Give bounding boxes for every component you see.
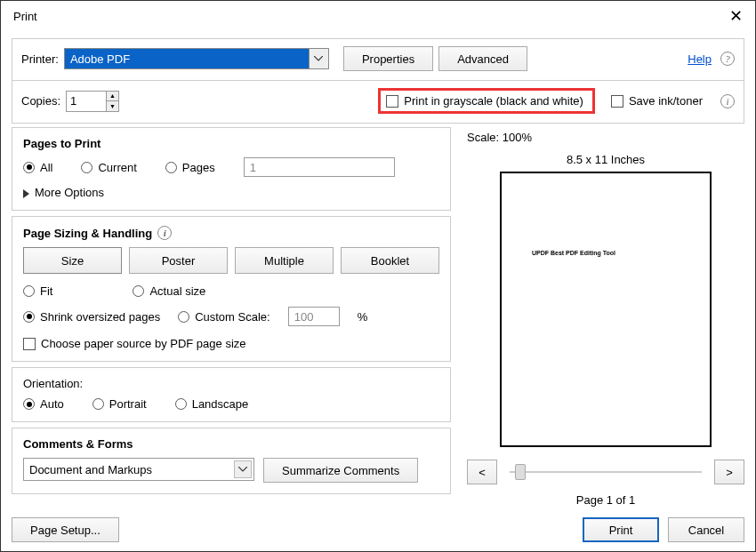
sizing-panel: Page Sizing & Handling i Size Poster Mul… bbox=[12, 216, 451, 362]
more-options-toggle[interactable]: More Options bbox=[23, 186, 439, 199]
copies-stepper[interactable]: ▲ ▼ bbox=[66, 91, 119, 112]
paper-size-label: 8.5 x 11 Inches bbox=[467, 153, 744, 166]
pages-range-input[interactable] bbox=[244, 157, 395, 177]
orient-landscape-radio[interactable]: Landscape bbox=[175, 397, 249, 411]
grayscale-label: Print in grayscale (black and white) bbox=[404, 94, 583, 108]
copies-up-icon[interactable]: ▲ bbox=[106, 92, 118, 101]
paper-source-label: Choose paper source by PDF page size bbox=[41, 337, 246, 350]
comments-select[interactable]: Document and Markups bbox=[23, 458, 254, 481]
fit-radio[interactable]: Fit bbox=[23, 284, 52, 298]
copies-input[interactable] bbox=[67, 92, 106, 111]
properties-button[interactable]: Properties bbox=[343, 46, 433, 71]
comments-selected: Document and Markups bbox=[29, 463, 152, 476]
pages-pages-radio[interactable]: Pages bbox=[165, 161, 215, 174]
printer-label: Printer: bbox=[21, 52, 59, 66]
advanced-button[interactable]: Advanced bbox=[438, 46, 527, 71]
page-indicator: Page 1 of 1 bbox=[467, 493, 744, 507]
grayscale-checkbox[interactable] bbox=[386, 95, 398, 108]
custom-scale-radio[interactable]: Custom Scale: bbox=[178, 310, 270, 324]
multiple-button[interactable]: Multiple bbox=[235, 247, 334, 274]
orientation-head: Orientation: bbox=[23, 377, 439, 390]
chevron-down-icon[interactable] bbox=[234, 460, 252, 478]
save-ink-label: Save ink/toner bbox=[629, 94, 703, 108]
pages-all-radio[interactable]: All bbox=[23, 161, 52, 174]
window-title: Print bbox=[13, 10, 37, 23]
print-button[interactable]: Print bbox=[583, 517, 659, 542]
booklet-button[interactable]: Booklet bbox=[341, 247, 439, 274]
triangle-right-icon bbox=[23, 189, 29, 198]
cancel-button[interactable]: Cancel bbox=[668, 517, 744, 542]
copies-label: Copies: bbox=[21, 94, 60, 108]
save-ink-checkbox[interactable] bbox=[611, 95, 623, 108]
help-info-icon[interactable]: ? bbox=[720, 52, 735, 66]
comments-head: Comments & Forms bbox=[23, 437, 439, 451]
grayscale-highlight: Print in grayscale (black and white) bbox=[378, 88, 595, 114]
slider-thumb[interactable] bbox=[515, 464, 526, 480]
paper-source-checkbox[interactable] bbox=[23, 338, 36, 350]
sizing-info-icon[interactable]: i bbox=[157, 226, 172, 240]
orient-portrait-radio[interactable]: Portrait bbox=[92, 397, 147, 411]
pct-label: % bbox=[358, 310, 368, 324]
chevron-down-icon[interactable] bbox=[309, 49, 328, 68]
prev-page-button[interactable]: < bbox=[467, 460, 497, 484]
pages-panel: Pages to Print All Current Pages More Op… bbox=[12, 127, 451, 211]
copies-down-icon[interactable]: ▼ bbox=[106, 101, 118, 111]
poster-button[interactable]: Poster bbox=[129, 247, 228, 274]
preview-doc-text: UPDF Best PDF Editing Tool bbox=[532, 250, 615, 256]
page-setup-button[interactable]: Page Setup... bbox=[12, 517, 119, 542]
orientation-panel: Orientation: Auto Portrait Landscape bbox=[12, 367, 451, 422]
print-preview: UPDF Best PDF Editing Tool bbox=[500, 172, 712, 447]
save-ink-info-icon[interactable]: i bbox=[720, 94, 735, 108]
actual-size-radio[interactable]: Actual size bbox=[133, 284, 205, 298]
next-page-button[interactable]: > bbox=[714, 460, 744, 484]
scale-label: Scale: 100% bbox=[467, 131, 744, 144]
sizing-head: Page Sizing & Handling bbox=[23, 227, 152, 240]
close-icon[interactable]: ✕ bbox=[729, 8, 743, 24]
printer-selected: Adobe PDF bbox=[70, 52, 130, 66]
page-slider[interactable] bbox=[510, 471, 702, 473]
size-button[interactable]: Size bbox=[23, 247, 122, 274]
pages-current-radio[interactable]: Current bbox=[81, 161, 136, 174]
comments-panel: Comments & Forms Document and Markups Su… bbox=[12, 428, 451, 494]
help-link[interactable]: Help bbox=[688, 52, 712, 66]
printer-select[interactable]: Adobe PDF bbox=[64, 48, 329, 69]
summarize-button[interactable]: Summarize Comments bbox=[263, 458, 418, 483]
pages-head: Pages to Print bbox=[23, 137, 439, 150]
custom-scale-input[interactable] bbox=[288, 307, 340, 326]
shrink-radio[interactable]: Shrink oversized pages bbox=[23, 310, 160, 324]
orient-auto-radio[interactable]: Auto bbox=[23, 397, 64, 411]
